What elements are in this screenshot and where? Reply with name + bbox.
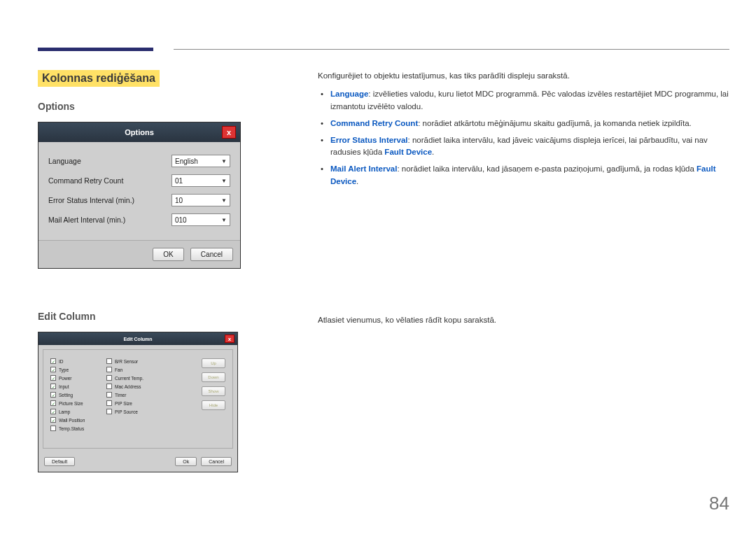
desc-error: Error Status Interval: norādiet laika in… bbox=[330, 134, 729, 160]
list-item[interactable]: ✓Type bbox=[50, 367, 106, 372]
header-accent-bar bbox=[38, 48, 153, 51]
checkbox-icon[interactable]: ✓ bbox=[50, 384, 56, 389]
page-number: 84 bbox=[709, 493, 729, 514]
checkbox-icon[interactable]: ✓ bbox=[50, 358, 56, 364]
list-item[interactable]: Timer bbox=[106, 392, 162, 398]
list-item-label: Temp.Status bbox=[59, 426, 84, 431]
language-select[interactable]: English ▼ bbox=[172, 155, 230, 167]
cancel-button[interactable]: Cancel bbox=[190, 248, 233, 261]
desc-mail: Mail Alert Interval: norādiet laika inte… bbox=[330, 163, 729, 188]
show-button[interactable]: Show bbox=[202, 386, 225, 396]
ok-button[interactable]: OK bbox=[153, 248, 183, 261]
retry-select[interactable]: 01 ▼ bbox=[172, 174, 230, 187]
list-item-label: Timer bbox=[115, 393, 126, 398]
list-item-label: Current Temp. bbox=[115, 376, 144, 381]
edit-column-titlebar: Edit Column x bbox=[38, 332, 237, 345]
header-divider bbox=[174, 49, 729, 50]
mail-interval-select[interactable]: 010 ▼ bbox=[172, 213, 230, 226]
list-item[interactable]: B/R Sensor bbox=[106, 358, 162, 364]
default-button[interactable]: Default bbox=[44, 457, 75, 466]
list-item-label: ID bbox=[59, 359, 64, 364]
edit-column-dialog-title: Edit Column bbox=[123, 337, 152, 342]
list-item-label: Type bbox=[59, 367, 69, 372]
list-item[interactable]: Current Temp. bbox=[106, 375, 162, 381]
checkbox-icon[interactable] bbox=[50, 426, 56, 431]
mail-interval-label: Mail Alert Interval (min.) bbox=[48, 216, 125, 224]
list-item-label: Picture Size bbox=[59, 401, 83, 406]
chevron-down-icon: ▼ bbox=[221, 197, 227, 204]
term-mail: Mail Alert Interval bbox=[330, 164, 397, 173]
term-retry: Command Retry Count bbox=[330, 119, 418, 127]
list-item-label: Power bbox=[59, 376, 71, 381]
column-list-right: B/R SensorFanCurrent Temp.Mac AddressTim… bbox=[106, 358, 162, 442]
error-interval-select[interactable]: 10 ▼ bbox=[172, 194, 230, 206]
chevron-down-icon: ▼ bbox=[221, 178, 227, 184]
term-fault-device: Fault Device bbox=[384, 148, 432, 156]
list-item-label: Input bbox=[59, 384, 69, 389]
list-item-label: Setting bbox=[59, 393, 73, 398]
error-interval-value: 10 bbox=[175, 197, 183, 204]
list-item[interactable]: ✓Lamp bbox=[50, 409, 106, 414]
hide-button[interactable]: Hide bbox=[202, 400, 225, 410]
options-heading: Options bbox=[38, 101, 248, 112]
list-item[interactable]: ✓Wall Position bbox=[50, 417, 106, 423]
desc-language: Language: izvēlieties valodu, kuru lieto… bbox=[330, 88, 729, 113]
list-item-label: B/R Sensor bbox=[115, 359, 138, 364]
checkbox-icon[interactable] bbox=[106, 384, 112, 389]
options-dialog: Options x Language English ▼ Command Ret… bbox=[38, 122, 241, 269]
list-item[interactable]: Fan bbox=[106, 367, 162, 372]
column-list-left: ✓ID✓Type✓Power✓Input✓Setting✓Picture Siz… bbox=[50, 358, 106, 442]
intro-text: Konfigurējiet to objektu iestatījumus, k… bbox=[318, 70, 729, 81]
term-error: Error Status Interval bbox=[330, 136, 408, 144]
list-item[interactable]: ✓Picture Size bbox=[50, 400, 106, 406]
edit-column-dialog: Edit Column x ✓ID✓Type✓Power✓Input✓Setti… bbox=[38, 332, 238, 472]
checkbox-icon[interactable]: ✓ bbox=[50, 400, 56, 406]
edit-column-description: Atlasiet vienumus, ko vēlaties rādīt kop… bbox=[318, 316, 496, 324]
term-language: Language bbox=[330, 90, 368, 98]
edit-column-heading: Edit Column bbox=[38, 311, 248, 322]
chevron-down-icon: ▼ bbox=[221, 158, 227, 164]
cancel-button[interactable]: Cancel bbox=[201, 457, 232, 466]
list-item-label: Mac Address bbox=[115, 384, 141, 389]
checkbox-icon[interactable] bbox=[106, 375, 112, 381]
options-titlebar: Options x bbox=[38, 122, 240, 142]
close-icon[interactable]: x bbox=[222, 126, 236, 139]
list-item-label: PIP Source bbox=[115, 409, 138, 414]
checkbox-icon[interactable] bbox=[106, 409, 112, 414]
desc-retry: Command Retry Count: norādiet atkārtotu … bbox=[330, 118, 729, 130]
ok-button[interactable]: Ok bbox=[175, 457, 197, 466]
checkbox-icon[interactable] bbox=[106, 358, 112, 364]
list-item[interactable]: ✓Setting bbox=[50, 392, 106, 398]
checkbox-icon[interactable]: ✓ bbox=[50, 392, 56, 398]
list-item-label: Lamp bbox=[59, 409, 70, 414]
language-label: Language bbox=[48, 157, 81, 165]
list-item-label: Fan bbox=[115, 367, 122, 372]
list-item[interactable]: Mac Address bbox=[106, 384, 162, 389]
list-item[interactable]: Temp.Status bbox=[50, 426, 106, 431]
checkbox-icon[interactable]: ✓ bbox=[50, 367, 56, 372]
up-button[interactable]: Up bbox=[202, 358, 225, 368]
checkbox-icon[interactable] bbox=[106, 367, 112, 372]
list-item-label: PIP Size bbox=[115, 401, 132, 406]
checkbox-icon[interactable]: ✓ bbox=[50, 409, 56, 414]
section-title: Kolonnas rediģēšana bbox=[38, 70, 160, 87]
mail-interval-value: 010 bbox=[175, 216, 187, 224]
list-item[interactable]: PIP Size bbox=[106, 400, 162, 406]
list-item-label: Wall Position bbox=[59, 418, 85, 423]
chevron-down-icon: ▼ bbox=[221, 217, 227, 223]
checkbox-icon[interactable]: ✓ bbox=[50, 417, 56, 423]
retry-value: 01 bbox=[175, 177, 183, 185]
list-item[interactable]: ✓Power bbox=[50, 375, 106, 381]
options-dialog-title: Options bbox=[125, 128, 154, 136]
checkbox-icon[interactable] bbox=[106, 392, 112, 398]
retry-label: Command Retry Count bbox=[48, 176, 123, 185]
list-item[interactable]: ✓ID bbox=[50, 358, 106, 364]
list-item[interactable]: PIP Source bbox=[106, 409, 162, 414]
list-item[interactable]: ✓Input bbox=[50, 384, 106, 389]
close-icon[interactable]: x bbox=[225, 335, 234, 343]
checkbox-icon[interactable]: ✓ bbox=[50, 375, 56, 381]
language-value: English bbox=[175, 157, 198, 165]
checkbox-icon[interactable] bbox=[106, 400, 112, 406]
down-button[interactable]: Down bbox=[202, 372, 225, 382]
error-interval-label: Error Status Interval (min.) bbox=[48, 196, 134, 204]
